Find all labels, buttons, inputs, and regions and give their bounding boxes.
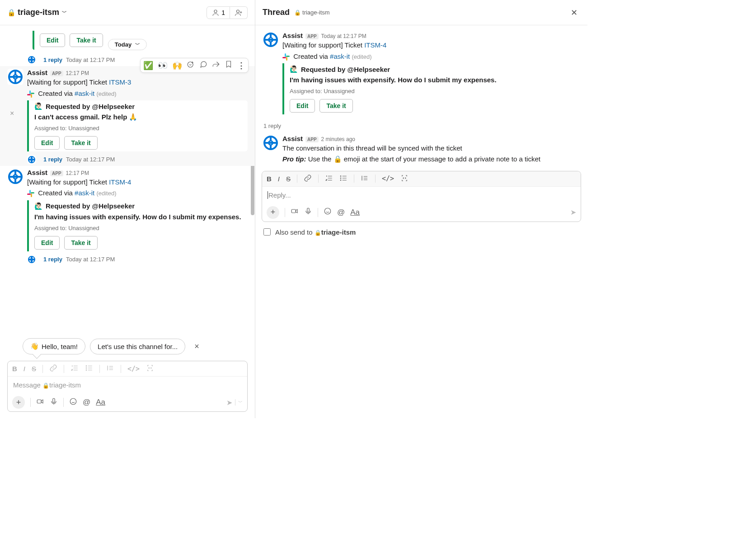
attach-button[interactable]: +	[267, 206, 279, 219]
react-raised-hands-icon[interactable]: 🙌	[172, 61, 182, 71]
take-it-button[interactable]: Take it	[64, 136, 97, 150]
author[interactable]: Assist	[27, 69, 47, 76]
strike-icon[interactable]: S	[32, 365, 36, 373]
main-composer: B I S </> Message 🔒triage-itsm + @ Aa	[7, 361, 248, 412]
format-toggle-icon[interactable]: Aa	[96, 398, 105, 407]
message-itsm-3[interactable]: ✅ 👀 🙌 ⋮ × Assist APP 12:17 PM [Waiting f…	[0, 66, 255, 166]
thread-reply[interactable]: Assist APP 2 minutes ago The conversatio…	[255, 132, 587, 167]
video-icon[interactable]	[36, 397, 44, 408]
chip-channel-purpose[interactable]: Let's use this channel for...	[90, 339, 185, 354]
ticket-link[interactable]: ITSM-3	[109, 78, 131, 86]
send-button[interactable]: ➤	[570, 208, 576, 217]
mention-icon[interactable]: @	[83, 398, 90, 407]
message-input[interactable]: Message 🔒triage-itsm	[8, 377, 247, 393]
ordered-list-icon[interactable]	[325, 174, 333, 184]
send-button[interactable]: ➤	[226, 398, 232, 407]
also-send-checkbox[interactable]: Also send to 🔒triage-itsm	[255, 227, 587, 238]
bullet-list-icon[interactable]	[85, 364, 93, 373]
ticket-link[interactable]: ITSM-4	[364, 41, 386, 49]
close-thread-button[interactable]: ✕	[568, 5, 580, 20]
mic-icon[interactable]	[304, 207, 312, 217]
attach-button[interactable]: +	[12, 396, 25, 409]
thread-icon[interactable]	[199, 60, 207, 71]
thread-channel[interactable]: 🔒triage-itsm	[294, 9, 330, 16]
share-icon[interactable]	[212, 60, 220, 71]
link-icon[interactable]	[304, 174, 312, 184]
react-check-icon[interactable]: ✅	[143, 61, 153, 71]
codeblock-icon[interactable]	[400, 174, 409, 184]
assist-avatar[interactable]	[263, 32, 279, 48]
issue-text: I'm having issues with expensify. How do…	[290, 75, 580, 85]
message-itsm-4[interactable]: Assist APP 12:17 PM [Waiting for support…	[0, 166, 255, 266]
thread-parent-message[interactable]: Assist APP Today at 12:17 PM [Waiting fo…	[255, 25, 587, 120]
more-actions-icon[interactable]: ⋮	[237, 61, 245, 71]
code-icon[interactable]: </>	[127, 365, 140, 373]
timestamp[interactable]: 12:17 PM	[66, 70, 89, 76]
timestamp[interactable]: 2 minutes ago	[321, 136, 355, 142]
slack-icon	[282, 53, 290, 61]
emoji-icon[interactable]	[324, 207, 332, 217]
channel-title[interactable]: 🔒 triage-itsm ﹀	[7, 8, 67, 17]
bookmark-icon[interactable]	[225, 60, 233, 71]
assist-avatar[interactable]	[7, 69, 23, 85]
assigned-to: Assigned to: Unassigned	[34, 125, 248, 132]
reply-summary[interactable]: 1 reply Today at 12:17 PM	[27, 155, 248, 164]
bold-icon[interactable]: B	[12, 365, 17, 373]
add-member-button[interactable]	[230, 6, 248, 19]
also-send-input[interactable]	[263, 228, 271, 236]
add-reaction-icon[interactable]	[187, 60, 195, 71]
codeblock-icon[interactable]	[146, 364, 154, 373]
ticket-attachment: 🙋🏻‍♂️Requested by @Helpseeker I'm having…	[27, 200, 248, 251]
take-it-button[interactable]: Take it	[70, 33, 103, 47]
issue-text: I can't access gmail. Plz help 🙏	[34, 112, 248, 122]
bullet-list-icon[interactable]	[339, 174, 347, 184]
code-icon[interactable]: </>	[382, 175, 394, 183]
edit-button[interactable]: Edit	[290, 99, 315, 113]
requested-by: Requested by @Helpseeker	[301, 66, 390, 73]
link-icon[interactable]	[49, 364, 57, 373]
react-eyes-icon[interactable]: 👀	[158, 61, 168, 71]
chip-hello-team[interactable]: 👋Hello, team!	[23, 338, 85, 354]
ticket-link[interactable]: ITSM-4	[109, 178, 131, 186]
mention-icon[interactable]: @	[337, 208, 345, 217]
timestamp[interactable]: Today at 12:17 PM	[321, 33, 366, 39]
take-it-button[interactable]: Take it	[64, 236, 97, 250]
channel-link[interactable]: #ask-it	[75, 90, 94, 97]
reply-summary[interactable]: 1 reply Today at 12:17 PM	[27, 255, 248, 264]
italic-icon[interactable]: I	[23, 365, 25, 373]
reply-input[interactable]: Reply...	[262, 187, 581, 203]
bold-icon[interactable]: B	[267, 175, 272, 183]
edit-button[interactable]: Edit	[40, 33, 65, 47]
emoji-icon[interactable]	[69, 397, 77, 408]
dismiss-chips-button[interactable]: ×	[194, 342, 199, 351]
svg-point-14	[324, 208, 331, 215]
author[interactable]: Assist	[282, 32, 303, 39]
send-options-icon[interactable]: ﹀	[235, 399, 243, 406]
member-count-button[interactable]: 1	[207, 6, 230, 19]
mic-icon[interactable]	[50, 397, 58, 408]
thread-header: Thread 🔒triage-itsm ✕	[255, 0, 587, 25]
channel-link[interactable]: #ask-it	[75, 189, 94, 197]
svg-point-3	[86, 366, 87, 367]
format-toggle-icon[interactable]: Aa	[350, 208, 360, 217]
ordered-list-icon[interactable]	[70, 364, 79, 373]
assist-avatar[interactable]	[263, 135, 279, 151]
channel-link[interactable]: #ask-it	[330, 52, 350, 60]
timestamp[interactable]: 12:17 PM	[66, 170, 89, 176]
dismiss-icon[interactable]: ×	[10, 109, 14, 118]
blockquote-icon[interactable]	[106, 364, 114, 373]
author[interactable]: Assist	[282, 135, 303, 142]
strike-icon[interactable]: S	[286, 175, 291, 183]
channel-pane: 🔒 triage-itsm ﹀ 1 Today ﹀	[0, 0, 255, 418]
italic-icon[interactable]: I	[278, 175, 280, 183]
date-divider[interactable]: Today ﹀	[108, 39, 147, 50]
author[interactable]: Assist	[27, 169, 47, 176]
lock-icon: 🔒	[294, 9, 301, 16]
edit-button[interactable]: Edit	[34, 136, 60, 150]
take-it-button[interactable]: Take it	[319, 99, 352, 113]
edit-button[interactable]: Edit	[34, 236, 60, 250]
blockquote-icon[interactable]	[361, 174, 369, 184]
assist-avatar[interactable]	[7, 169, 23, 185]
thread-composer: B I S </> Reply... +	[262, 171, 581, 222]
video-icon[interactable]	[291, 207, 299, 217]
